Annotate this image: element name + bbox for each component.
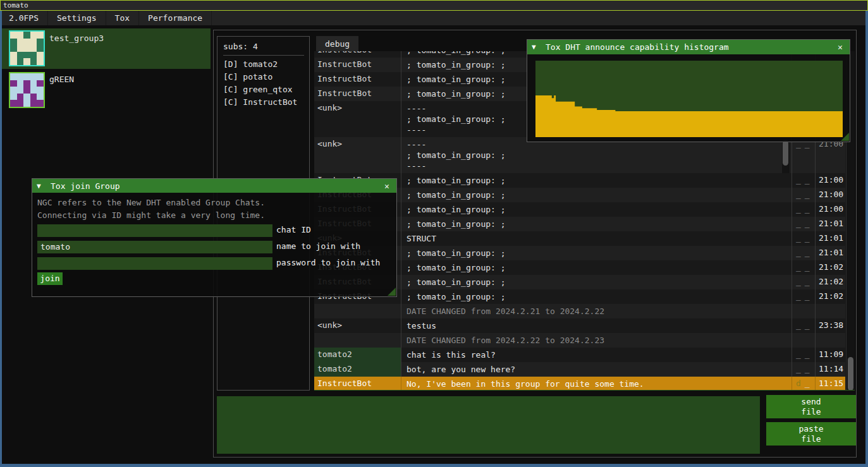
status-mark: _ (796, 175, 802, 185)
menu-bar: 2.0FPSSettingsToxPerformance (0, 11, 865, 25)
paste-file-button[interactable]: paste file (766, 422, 856, 446)
member-item[interactable]: [D] tomato2 (217, 58, 309, 71)
message-text: chat is this real? (401, 348, 792, 362)
group-item-test_group3[interactable]: test_group3 (2, 28, 211, 69)
delivery-status: __ (792, 188, 815, 202)
join-button[interactable]: join (37, 272, 63, 285)
collapse-arrow-icon[interactable]: ▼ (532, 43, 546, 51)
status-mark: _ (796, 291, 802, 301)
members-panel-title: subs: 4 (223, 42, 309, 51)
status-mark: _ (796, 349, 802, 359)
join-password-input[interactable] (37, 257, 272, 270)
status-mark: _ (805, 364, 811, 373)
send-file-label-line1: send (801, 397, 821, 407)
message-time: 21:02 (815, 289, 845, 304)
delivery-status: d_ (792, 377, 815, 391)
date-separator-row: DATE CHANGED from 2024.2.22 to 2024.2.23 (314, 333, 845, 348)
group-list: test_group3gREEN (2, 28, 211, 111)
collapse-arrow-icon[interactable]: ▼ (37, 182, 51, 190)
group-name: gREEN (49, 75, 74, 84)
message-input[interactable] (217, 396, 760, 454)
message-text: ---- ; tomato_in_group: ; ---- (401, 137, 792, 173)
delivery-status: __ (792, 275, 815, 289)
chat-id-input[interactable] (37, 224, 272, 237)
sender-name: InstructBot (314, 51, 401, 58)
member-list: [D] tomato2[C] potato[C] green_qtox[C] I… (217, 58, 309, 109)
member-item[interactable]: [C] potato (217, 71, 309, 83)
dht-histogram-titlebar[interactable]: ▼ Tox DHT announce capability histogram … (527, 40, 850, 54)
paste-file-label-line1: paste (798, 424, 823, 434)
message-time: 21:00 (815, 202, 845, 217)
status-mark: _ (805, 379, 811, 388)
delivered-mark: d (796, 379, 802, 388)
tab-debug[interactable]: debug (316, 36, 358, 51)
member-item[interactable]: [C] green_qtox (217, 83, 309, 96)
status-mark: _ (805, 277, 811, 286)
message-time: 21:01 (815, 231, 845, 246)
group-item-gREEN[interactable]: gREEN (2, 70, 211, 110)
join-field-label: password to join with (276, 258, 380, 267)
send-file-button[interactable]: send file (766, 395, 856, 418)
status-mark: _ (796, 248, 802, 257)
resize-grip-icon[interactable] (388, 288, 396, 296)
join-group-window: ▼ Tox join Group ✕ NGC refers to the New… (32, 178, 397, 297)
delivery-status: __ (792, 289, 815, 304)
menu-item-settings[interactable]: Settings (48, 11, 106, 25)
message-time: 11:15 (815, 377, 845, 391)
join-group-titlebar[interactable]: ▼ Tox join Group ✕ (32, 179, 396, 193)
menu-item-performance[interactable]: Performance (139, 11, 212, 25)
frame-border-right (865, 11, 868, 467)
status-mark: _ (796, 320, 802, 330)
message-text: bot, are you new here? (401, 362, 792, 377)
member-item[interactable]: [C] InstructBot (217, 96, 309, 109)
status-mark: _ (805, 219, 811, 228)
delivery-status (792, 304, 815, 318)
message-time: 21:02 (815, 260, 845, 275)
message-time: 23:38 (815, 318, 845, 333)
status-mark: _ (796, 219, 802, 228)
status-mark: _ (796, 364, 802, 373)
delivery-status: __ (792, 173, 815, 188)
status-mark: _ (805, 190, 811, 199)
message-time (815, 333, 845, 348)
join-field-label: chat ID (276, 225, 311, 234)
join-field-row: password to join with (32, 257, 396, 274)
dht-histogram-plot (535, 61, 843, 137)
delivery-status: __ (792, 318, 815, 333)
chat-message-row[interactable]: <unk>---- ; tomato_in_group: ; ----__21:… (314, 137, 845, 173)
sender-name: tomato2 (314, 362, 401, 377)
close-icon[interactable]: ✕ (382, 181, 392, 191)
message-text: STRUCT (401, 231, 792, 246)
menu-item-tox[interactable]: Tox (106, 11, 139, 25)
join-group-title: Tox join Group (51, 181, 382, 191)
delivery-status (792, 333, 815, 348)
message-text: ; tomato_in_group: ; (401, 275, 792, 289)
frame-border-left (0, 11, 2, 467)
status-mark: _ (796, 277, 802, 286)
message-cell-scrollbar-thumb[interactable] (783, 140, 788, 166)
resize-grip-icon[interactable] (841, 133, 849, 141)
dht-histogram-window: ▼ Tox DHT announce capability histogram … (527, 39, 850, 142)
delivery-status: __ (792, 348, 815, 362)
join-name-input[interactable]: tomato (37, 241, 272, 253)
delivery-status: __ (792, 217, 815, 231)
chat-message-row[interactable]: tomato2chat is this real?__11:09 (314, 348, 845, 362)
chat-message-row[interactable]: tomato2bot, are you new here?__11:14 (314, 362, 845, 377)
send-file-label-line2: file (801, 407, 821, 417)
message-text: No, I've been in this group for quite so… (401, 377, 792, 391)
status-mark: _ (805, 320, 811, 330)
join-field-label: name to join with (276, 241, 360, 251)
menu-item-2-0fps[interactable]: 2.0FPS (0, 11, 48, 25)
date-changed-text: DATE CHANGED from 2024.2.22 to 2024.2.23 (401, 333, 792, 348)
delivery-status: __ (792, 231, 815, 246)
chat-message-row[interactable]: <unk>testus__23:38 (314, 318, 845, 333)
chat-message-row[interactable]: InstructBotNo, I've been in this group f… (314, 377, 845, 391)
dht-histogram-title: Tox DHT announce capability histogram (546, 42, 835, 52)
status-mark: _ (796, 233, 802, 243)
status-mark: _ (805, 175, 811, 185)
window-title-bar[interactable]: tomato (0, 0, 868, 11)
chat-scrollbar-thumb[interactable] (848, 357, 853, 391)
message-time: 11:09 (815, 348, 845, 362)
close-icon[interactable]: ✕ (835, 42, 845, 52)
status-mark: _ (805, 262, 811, 272)
